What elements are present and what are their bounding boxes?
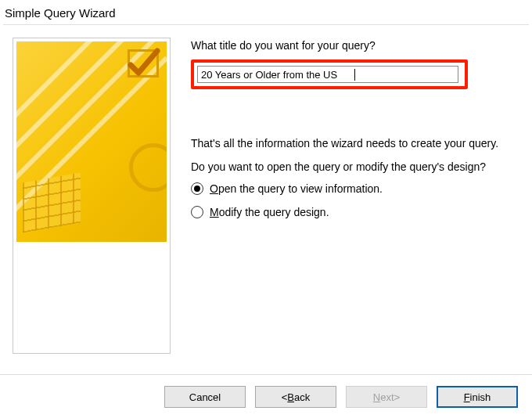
next-button: Next > <box>346 386 427 408</box>
info-text-2: Do you want to open the query or modify … <box>191 160 519 175</box>
option-modify-label: Modify the query design. <box>210 206 329 218</box>
radio-modify[interactable] <box>191 206 203 218</box>
info-text-1: That's all the information the wizard ne… <box>191 136 519 152</box>
cancel-button[interactable]: Cancel <box>164 386 246 408</box>
back-button[interactable]: < Back <box>255 386 336 408</box>
title-input-highlight <box>191 59 468 89</box>
checkmark-icon <box>126 46 160 81</box>
dialog-button-row: Cancel < Back Next > Finish <box>0 374 532 408</box>
title-prompt-label: What title do you want for your query? <box>191 39 524 52</box>
option-open-row[interactable]: Open the query to view information. <box>191 182 524 195</box>
finish-button[interactable]: Finish <box>437 386 518 408</box>
option-modify-row[interactable]: Modify the query design. <box>191 206 524 218</box>
back-arrow: < <box>282 391 288 403</box>
dialog-content: What title do you want for your query? T… <box>0 25 532 354</box>
text-caret <box>354 69 355 81</box>
wizard-art-icon <box>16 41 167 242</box>
next-arrow: > <box>394 391 401 403</box>
wizard-art-panel <box>13 38 171 354</box>
dialog-title: Simple Query Wizard <box>0 0 532 24</box>
wizard-right-pane: What title do you want for your query? T… <box>171 38 527 354</box>
simple-query-wizard-dialog: Simple Query Wizard What title do you w <box>0 0 532 418</box>
query-title-input[interactable] <box>197 66 458 83</box>
option-open-label: Open the query to view information. <box>210 182 383 195</box>
radio-open[interactable] <box>191 182 203 195</box>
